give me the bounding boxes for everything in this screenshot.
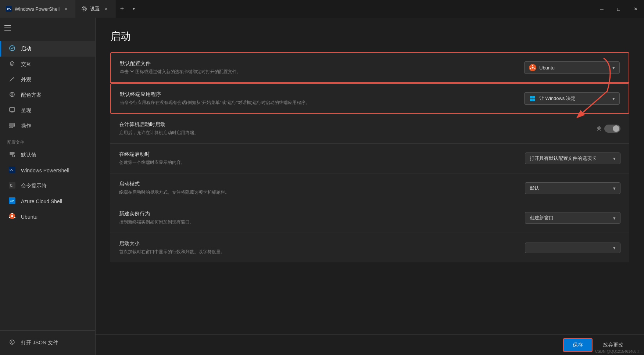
sidebar-item-powershell[interactable]: PS Windows PowerShell <box>0 163 95 178</box>
add-tab-button[interactable]: + <box>115 0 129 18</box>
hamburger-button[interactable] <box>3 22 15 34</box>
tab-dropdown-button[interactable]: ▾ <box>129 0 139 18</box>
section-default-terminal-text: 默认终端应用程序 当命令行应用程序在没有现有会话(例如从"开始菜单"或"运行"对… <box>120 91 517 106</box>
section-launch-size-control: ▾ <box>518 243 620 253</box>
section-new-instance-text: 新建实例行为 控制新终端实例如何附加到现有窗口。 <box>119 211 518 225</box>
ubuntu-dropdown-icon <box>529 64 536 71</box>
svg-rect-32 <box>530 96 533 98</box>
colorscheme-icon <box>8 91 16 99</box>
sidebar-item-azure[interactable]: Az Azure Cloud Shell <box>0 194 95 209</box>
section-default-profile: 默认配置文件 单击 '+' 图标或通过键入新的选项卡键绑定时打开的配置文件。 <box>110 52 629 83</box>
default-profile-value: Ubuntu <box>539 65 555 71</box>
toggle-container: 关 <box>597 125 620 133</box>
sidebar-item-render-label: 呈现 <box>21 107 31 114</box>
launch-mode-value: 默认 <box>530 185 539 191</box>
default-profile-dropdown[interactable]: Ubuntu ▾ <box>524 61 620 74</box>
titlebar: PS Windows PowerShell ✕ 设置 ✕ + ▾ ─ □ ✕ <box>0 0 644 18</box>
svg-point-30 <box>534 68 536 69</box>
svg-text:C:: C: <box>10 184 14 187</box>
open-json-button[interactable]: 打开 JSON 文件 <box>0 335 95 351</box>
sidebar-item-interaction[interactable]: 交互 <box>0 57 95 72</box>
sidebar-item-defaults-label: 默认值 <box>21 152 36 158</box>
powershell-icon: PS <box>6 6 12 12</box>
bottom-bar: 保存 放弃更改 <box>96 334 644 355</box>
svg-point-31 <box>530 68 531 69</box>
svg-rect-11 <box>10 123 15 125</box>
dropdown-arrow-0: ▾ <box>612 65 615 71</box>
section-launch-size-desc: 首次加载时在窗口中显示的行数和列数。以字符度量。 <box>119 248 503 255</box>
launch-size-dropdown[interactable]: ▾ <box>525 243 620 253</box>
default-terminal-dropdown[interactable]: 让 Windows 决定 ▾ <box>524 92 620 105</box>
sidebar-item-cmd[interactable]: C: 命令提示符 <box>0 178 95 194</box>
sidebar-bottom: 打开 JSON 文件 <box>0 330 95 355</box>
section-new-instance-title: 新建实例行为 <box>119 211 503 217</box>
sidebar-item-colorscheme[interactable]: 配色方案 <box>0 87 95 103</box>
window-controls: ─ □ ✕ <box>593 0 644 18</box>
sidebar-item-appearance[interactable]: 外观 <box>0 72 95 87</box>
toggle-label-off: 关 <box>597 125 601 132</box>
watermark: CSDN @QQ1215461468 #... <box>595 349 643 354</box>
new-instance-value: 创建新窗口 <box>530 215 554 221</box>
profile-cmd-icon: C: <box>8 182 16 190</box>
section-default-profile-text: 默认配置文件 单击 '+' 图标或通过键入新的选项卡键绑定时打开的配置文件。 <box>120 60 517 75</box>
section-launch-size: 启动大小 首次加载时在窗口中显示的行数和列数。以字符度量。 ▾ <box>110 233 629 262</box>
startup-toggle[interactable] <box>604 125 620 133</box>
sidebar-item-appearance-label: 外观 <box>21 76 31 83</box>
sidebar-top <box>0 18 95 38</box>
svg-rect-8 <box>10 108 15 111</box>
section-default-terminal: 默认终端应用程序 当命令行应用程序在没有现有会话(例如从"开始菜单"或"运行"对… <box>110 83 629 114</box>
svg-rect-34 <box>530 99 533 101</box>
maximize-button[interactable]: □ <box>610 0 627 18</box>
section-on-terminal-start-control: 打开具有默认配置文件的选项卡 ▾ <box>518 153 620 164</box>
svg-text:PS: PS <box>7 7 11 11</box>
sidebar: 启动 交互 外观 <box>0 18 96 355</box>
svg-point-28 <box>532 67 534 69</box>
svg-rect-33 <box>533 96 535 98</box>
section-startup-on-boot-desc: 启用后，允许在计算机启动时启用终端。 <box>119 129 503 136</box>
render-icon <box>8 107 16 115</box>
hamburger-line-2 <box>4 28 11 28</box>
svg-point-23 <box>11 213 13 214</box>
section-on-terminal-start-text: 在终端启动时 创建第一个终端时应显示的内容。 <box>119 151 518 166</box>
dropdown-arrow-5: ▾ <box>613 215 616 221</box>
sidebar-item-ubuntu-label: Ubuntu <box>21 214 37 220</box>
dropdown-arrow-4: ▾ <box>613 186 616 191</box>
svg-point-26 <box>10 340 14 344</box>
tab-powershell[interactable]: PS Windows PowerShell ✕ <box>0 0 75 18</box>
tab-settings-label: 设置 <box>90 6 100 12</box>
settings-tab-icon <box>81 6 87 12</box>
open-json-label: 打开 JSON 文件 <box>21 340 58 346</box>
launch-mode-dropdown[interactable]: 默认 ▾ <box>525 182 620 194</box>
tab-settings-close[interactable]: ✕ <box>103 6 109 12</box>
section-on-terminal-start: 在终端启动时 创建第一个终端时应显示的内容。 打开具有默认配置文件的选项卡 ▾ <box>110 144 629 173</box>
dropdown-arrow-1: ▾ <box>612 96 615 101</box>
section-launch-mode-desc: 终端在启动时的显示方式。专注将隐藏选项卡和标题栏。 <box>119 189 503 196</box>
section-default-terminal-desc: 当命令行应用程序在没有现有会话(例如从"开始菜单"或"运行"对话框)运行时启动的… <box>120 99 502 106</box>
on-terminal-start-dropdown[interactable]: 打开具有默认配置文件的选项卡 ▾ <box>525 153 620 164</box>
sidebar-item-ubuntu[interactable]: Ubuntu <box>0 209 95 225</box>
sidebar-item-render[interactable]: 呈现 <box>0 103 95 118</box>
svg-rect-35 <box>533 99 535 101</box>
tab-powershell-close[interactable]: ✕ <box>62 6 69 12</box>
dropdown-arrow-3: ▾ <box>613 156 616 161</box>
json-file-icon <box>8 339 16 347</box>
svg-text:PS: PS <box>10 169 13 172</box>
minimize-button[interactable]: ─ <box>593 0 610 18</box>
section-default-profile-title: 默认配置文件 <box>120 60 502 67</box>
section-launch-mode: 启动模式 终端在启动时的显示方式。专注将隐藏选项卡和标题栏。 默认 ▾ <box>110 173 629 203</box>
section-new-instance-control: 创建新窗口 ▾ <box>518 212 620 224</box>
sidebar-item-startup[interactable]: 启动 <box>0 41 95 57</box>
sidebar-item-actions[interactable]: 操作 <box>0 118 95 134</box>
tab-powershell-label: Windows PowerShell <box>15 6 60 12</box>
sidebar-item-interaction-label: 交互 <box>21 61 31 68</box>
page-title: 启动 <box>110 29 629 43</box>
close-button[interactable]: ✕ <box>627 0 644 18</box>
svg-point-24 <box>14 217 15 218</box>
sidebar-item-defaults[interactable]: 默认值 <box>0 147 95 163</box>
section-default-profile-desc: 单击 '+' 图标或通过键入新的选项卡键绑定时打开的配置文件。 <box>120 68 502 75</box>
section-startup-on-boot-title: 在计算机启动时启动 <box>119 121 503 128</box>
sidebar-item-startup-label: 启动 <box>21 46 31 52</box>
save-button[interactable]: 保存 <box>563 338 593 352</box>
tab-settings[interactable]: 设置 ✕ <box>75 0 115 18</box>
new-instance-dropdown[interactable]: 创建新窗口 ▾ <box>525 212 620 224</box>
